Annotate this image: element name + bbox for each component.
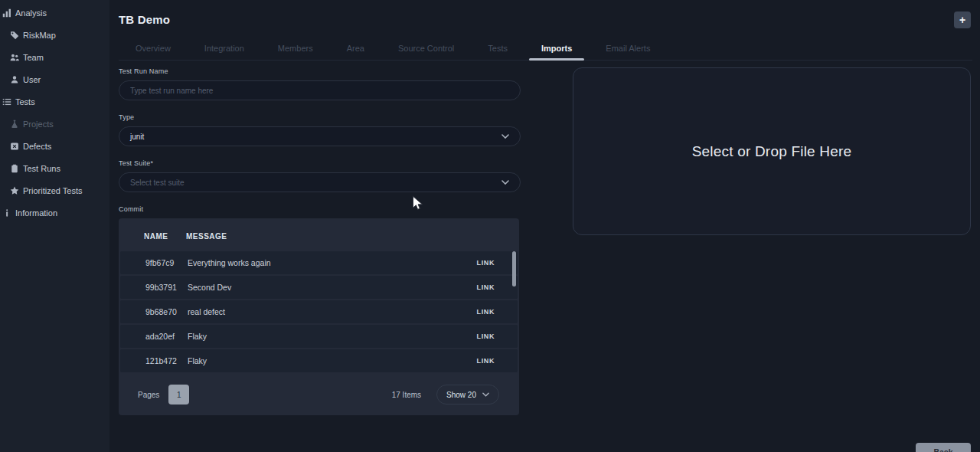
clipboard-icon <box>10 164 19 173</box>
square-x-icon <box>10 142 19 151</box>
sidebar: AnalysisRiskMapTeamUserTestsProjectsDefe… <box>0 0 109 452</box>
list-icon <box>2 97 11 106</box>
sidebar-item-label: Team <box>23 53 44 62</box>
test-suite-group: Test Suite* Select test suite <box>119 159 521 192</box>
column-header-message: MESSAGE <box>186 232 488 241</box>
tab-integration[interactable]: Integration <box>203 41 246 60</box>
commit-table-header: NAME MESSAGE <box>119 226 519 246</box>
commit-name: 121b472 <box>145 356 188 365</box>
commit-message: Flaky <box>188 356 472 365</box>
commit-link-button[interactable]: LINK <box>472 281 499 293</box>
commit-name: 99b3791 <box>145 283 188 292</box>
sidebar-item-test-runs[interactable]: Test Runs <box>0 157 109 179</box>
commit-message: Second Dev <box>188 283 472 292</box>
tab-overview[interactable]: Overview <box>134 41 172 60</box>
commit-link-button[interactable]: LINK <box>472 306 499 318</box>
tab-source-control[interactable]: Source Control <box>397 41 456 60</box>
sidebar-item-defects[interactable]: Defects <box>0 135 109 157</box>
commit-link-button[interactable]: LINK <box>472 257 499 269</box>
sidebar-item-user[interactable]: User <box>0 68 109 90</box>
type-group: Type junit <box>119 113 521 146</box>
tab-tests[interactable]: Tests <box>486 41 509 60</box>
import-form: Test Run Name Type junit Test Suite* Sel… <box>119 67 521 415</box>
table-row: 99b3791Second DevLINK <box>120 276 518 299</box>
file-drop-zone[interactable]: Select or Drop File Here <box>573 67 971 235</box>
sidebar-item-tests[interactable]: Tests <box>0 90 109 113</box>
tag-icon <box>10 31 19 40</box>
sidebar-item-prioritized-tests[interactable]: Prioritized Tests <box>0 179 109 201</box>
sidebar-item-label: Information <box>15 208 57 218</box>
pagination-bar: Pages 1 17 Items Show 20 <box>119 385 519 415</box>
sidebar-item-projects[interactable]: Projects <box>0 113 109 135</box>
commit-name: ada20ef <box>145 332 188 341</box>
tab-bar: OverviewIntegrationMembersAreaSource Con… <box>119 41 972 61</box>
tab-imports[interactable]: Imports <box>540 41 573 60</box>
test-run-name-label: Test Run Name <box>119 67 521 75</box>
sidebar-item-label: Analysis <box>15 8 47 18</box>
commit-name: 9fb67c9 <box>145 258 188 267</box>
commit-link-button[interactable]: LINK <box>472 355 499 367</box>
flask-icon <box>10 120 19 129</box>
page-size-select[interactable]: Show 20 <box>436 385 499 405</box>
sidebar-item-label: Test Runs <box>23 164 60 173</box>
commit-label: Commit <box>119 205 521 213</box>
sidebar-item-label: Defects <box>23 142 51 151</box>
type-select[interactable]: junit <box>119 126 521 146</box>
sidebar-nav-list: AnalysisRiskMapTeamUserTestsProjectsDefe… <box>0 2 109 224</box>
back-button[interactable]: Back <box>916 443 971 452</box>
chevron-down-icon <box>501 180 509 185</box>
sidebar-item-label: Prioritized Tests <box>23 186 82 195</box>
chevron-down-icon <box>482 392 489 397</box>
sidebar-item-label: User <box>23 75 41 84</box>
app-window: AnalysisRiskMapTeamUserTestsProjectsDefe… <box>0 0 980 452</box>
table-row: ada20efFlakyLINK <box>120 325 518 348</box>
commit-table: NAME MESSAGE 9fb67c9Everything works aga… <box>119 218 519 415</box>
test-suite-select-placeholder: Select test suite <box>130 179 185 187</box>
commit-message: Flaky <box>188 332 472 341</box>
add-button[interactable]: + <box>954 11 971 28</box>
items-count: 17 Items <box>392 391 421 399</box>
sidebar-item-information[interactable]: Information <box>0 201 109 224</box>
page-title: TB Demo <box>119 13 170 26</box>
users-icon <box>10 53 19 62</box>
sidebar-item-team[interactable]: Team <box>0 46 109 68</box>
commit-table-body: 9fb67c9Everything works againLINK99b3791… <box>119 251 519 374</box>
page-1-button[interactable]: 1 <box>168 385 189 405</box>
test-suite-label: Test Suite* <box>119 159 521 167</box>
star-icon <box>10 186 19 195</box>
sidebar-item-label: RiskMap <box>23 31 56 40</box>
page-size-value: Show 20 <box>446 391 476 399</box>
table-row: 9fb67c9Everything works againLINK <box>120 251 518 274</box>
test-run-name-input[interactable] <box>119 80 521 100</box>
column-header-name: NAME <box>144 232 186 241</box>
table-row: 9b68e70real defectLINK <box>120 300 518 323</box>
sidebar-item-riskmap[interactable]: RiskMap <box>0 24 109 46</box>
user-icon <box>10 75 19 84</box>
commit-group: Commit NAME MESSAGE 9fb67c9Everything wo… <box>119 205 521 415</box>
bar-chart-icon <box>2 8 11 18</box>
chevron-down-icon <box>501 134 509 139</box>
table-row: 121b472FlakyLINK <box>120 349 518 372</box>
sidebar-item-label: Tests <box>15 97 35 106</box>
drop-zone-label: Select or Drop File Here <box>692 143 852 160</box>
type-label: Type <box>119 113 521 121</box>
commit-link-button[interactable]: LINK <box>472 330 499 342</box>
sidebar-item-analysis[interactable]: Analysis <box>0 2 109 24</box>
sidebar-item-label: Projects <box>23 120 54 129</box>
commit-message: Everything works again <box>188 258 472 267</box>
commit-name: 9b68e70 <box>145 307 188 316</box>
type-select-value: junit <box>130 133 144 141</box>
test-suite-select[interactable]: Select test suite <box>119 172 521 192</box>
pages-label: Pages <box>138 391 159 399</box>
commit-message: real defect <box>188 307 472 316</box>
tab-email-alerts[interactable]: Email Alerts <box>604 41 652 60</box>
tab-members[interactable]: Members <box>276 41 315 60</box>
tab-area[interactable]: Area <box>345 41 366 60</box>
table-scrollbar[interactable] <box>512 251 516 287</box>
info-icon <box>2 208 11 218</box>
test-run-name-group: Test Run Name <box>119 67 521 100</box>
